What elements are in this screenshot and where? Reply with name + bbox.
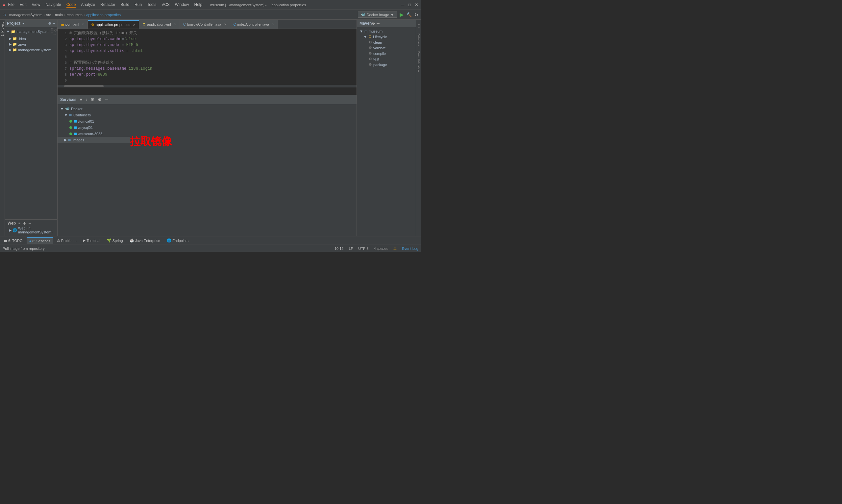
bottom-tab-todo[interactable]: ☰ 6: TODO (1, 237, 25, 244)
menu-tools[interactable]: Tools (147, 2, 156, 7)
breadcrumb-project[interactable]: managementSystem (9, 13, 42, 17)
tab-borrow[interactable]: C borrowController.java ✕ (180, 20, 230, 29)
root-folder-icon: 📁 (11, 30, 16, 34)
bottom-tab-services[interactable]: ● 8: Services (26, 237, 53, 244)
web-toolbar-icon2[interactable]: ⚙ (23, 221, 26, 225)
web-item[interactable]: ▶ 🌐 Web (in managementSystem) (7, 226, 55, 235)
breadcrumb-file[interactable]: application.properties (86, 13, 121, 17)
services-body: ▼ 🐳 Docker ▼ ⊞ Containers (57, 104, 357, 236)
spring-icon: 🌱 (107, 238, 111, 242)
mvn-arrow: ▶ (9, 42, 12, 46)
tab-index[interactable]: C indexController.java ✕ (230, 20, 278, 29)
service-mysql[interactable]: ◼ /mysql01 (57, 124, 130, 130)
tree-management[interactable]: ▶ 📁 managementSystem (5, 47, 57, 53)
close-button[interactable]: ✕ (415, 2, 418, 7)
bottom-tab-endpoints[interactable]: 🌐 Endpoints (164, 237, 191, 244)
museum-container-icon: ◼ (74, 131, 77, 136)
maven-root[interactable]: ▼ m museum (357, 29, 416, 34)
tree-idea[interactable]: ▶ 📁 .idea (5, 36, 57, 41)
maven-compile[interactable]: ⚙ compile (357, 51, 416, 56)
tab-appyml-close[interactable]: ✕ (174, 23, 176, 26)
code-line-4: 4 spring.thymeleaf.suffix = .html (57, 48, 357, 54)
left-sidebar: 1: Project (0, 20, 5, 236)
right-tab-database[interactable]: Database (416, 31, 421, 49)
maven-clean[interactable]: ⚙ clean (357, 39, 416, 45)
service-docker[interactable]: ▼ 🐳 Docker (57, 106, 130, 112)
lifecycle-icon: ⚙ (369, 35, 372, 39)
service-containers[interactable]: ▼ ⊞ Containers (57, 112, 130, 118)
right-tab-ant[interactable]: Ant (416, 21, 421, 31)
docker-label: Docker (71, 107, 83, 111)
tab-pom[interactable]: m pom.xml ✕ (57, 20, 88, 29)
menu-navigate[interactable]: Navigate (46, 2, 61, 7)
tab-appyml[interactable]: ⚙ application.yml ✕ (139, 20, 180, 29)
maven-test[interactable]: ⚙ test (357, 56, 416, 62)
title-bar: ● File Edit View Navigate Code Analyze R… (0, 0, 421, 10)
idea-arrow: ▶ (9, 36, 12, 41)
right-tab-bean-validation[interactable]: Bean Validation (416, 49, 421, 74)
maximize-button[interactable]: □ (408, 2, 411, 7)
maven-validate[interactable]: ⚙ validate (357, 45, 416, 51)
menu-analyze[interactable]: Analyze (81, 2, 95, 7)
service-museum[interactable]: ◼ /museum-8088 (57, 130, 130, 137)
tab-appprops-close[interactable]: ✕ (133, 23, 136, 26)
services-btn2[interactable]: ↕ (85, 96, 88, 103)
maven-package[interactable]: ⚙ package (357, 62, 416, 67)
bottom-tab-terminal[interactable]: ▶ Terminal (80, 237, 103, 244)
menu-view[interactable]: View (32, 2, 40, 7)
sidebar-tab-project[interactable]: 1: Project (0, 21, 5, 37)
maven-btn2[interactable]: ─ (377, 21, 379, 26)
menu-window[interactable]: Window (175, 2, 189, 7)
service-images[interactable]: ▶ ⊞ Images (57, 137, 130, 143)
tomcat-label: /tomcat01 (78, 119, 94, 123)
web-toolbar-icon1[interactable]: ≡ (18, 221, 20, 225)
bottom-tab-spring[interactable]: 🌱 Spring (104, 237, 126, 244)
menu-code[interactable]: Code (67, 2, 76, 7)
project-settings-icon[interactable]: ⚙ (48, 21, 51, 26)
services-btn5[interactable]: ─ (104, 96, 109, 103)
tab-index-close[interactable]: ✕ (272, 23, 274, 26)
docker-image-button[interactable]: 🐳 Docker Image ▼ (358, 12, 397, 18)
services-btn4[interactable]: ⚙ (97, 96, 102, 103)
menu-vcs[interactable]: VCS (161, 2, 170, 7)
maven-lifecycle[interactable]: ▼ ⚙ Lifecycle (357, 34, 416, 39)
maven-root-expand: ▼ (359, 29, 363, 33)
project-close-icon[interactable]: ─ (53, 21, 55, 25)
build-button[interactable]: 🔨 (406, 12, 412, 17)
services-btn1[interactable]: ≡ (79, 96, 83, 103)
breadcrumb-resources[interactable]: resources (67, 13, 82, 17)
service-tomcat[interactable]: ◼ /tomcat01 (57, 118, 130, 124)
code-line-7: 7 spring.messages.basename=i18n.login (57, 66, 357, 72)
services-header: Services ≡ ↕ ⊞ ⚙ ─ (57, 95, 357, 104)
event-log[interactable]: Event Log (402, 247, 418, 251)
run-button[interactable]: ▶ (400, 12, 404, 18)
project-dropdown-icon[interactable]: ▼ (22, 22, 25, 25)
minimize-button[interactable]: ─ (401, 2, 404, 7)
sync-button[interactable]: ↻ (414, 12, 418, 17)
tab-borrow-close[interactable]: ✕ (224, 23, 227, 26)
horizontal-scrollbar[interactable] (57, 85, 357, 87)
breadcrumb-src[interactable]: src (47, 13, 51, 17)
menu-file[interactable]: File (8, 2, 14, 7)
tree-mvn[interactable]: ▶ 📁 .mvn (5, 41, 57, 47)
menu-refactor[interactable]: Refactor (100, 2, 115, 7)
menu-build[interactable]: Build (120, 2, 129, 7)
bottom-tab-problems[interactable]: ⚠ Problems (54, 237, 79, 244)
bottom-tab-java-enterprise[interactable]: ☕ Java Enterprise (127, 237, 163, 244)
tab-pom-close[interactable]: ✕ (82, 23, 84, 26)
tab-appprops[interactable]: ⚙ application.properties ✕ (88, 20, 139, 29)
tree-root[interactable]: ▼ 📁 managementSystem E:\lyking90-m... (5, 27, 57, 36)
menu-run[interactable]: Run (135, 2, 142, 7)
menu-edit[interactable]: Edit (20, 2, 26, 7)
editor-content[interactable]: 1 # 页面缓存设置（默认为 true）开关 2 spring.thymelea… (57, 29, 357, 95)
maven-btn1[interactable]: ⚙ (372, 21, 375, 26)
services-btn3[interactable]: ⊞ (90, 96, 95, 103)
web-toolbar-icon3[interactable]: ─ (29, 221, 31, 225)
bottom-tabs: ☰ 6: TODO ● 8: Services ⚠ Problems ▶ Ter… (0, 236, 421, 245)
spring-label: Spring (112, 239, 123, 242)
breadcrumb-main[interactable]: main (55, 13, 63, 17)
java-enterprise-label: Java Enterprise (135, 239, 160, 242)
status-bar: Pull image from repository 10:12 LF UTF-… (0, 245, 421, 252)
menu-help[interactable]: Help (194, 2, 203, 7)
tab-index-label: indexController.java (237, 22, 269, 26)
